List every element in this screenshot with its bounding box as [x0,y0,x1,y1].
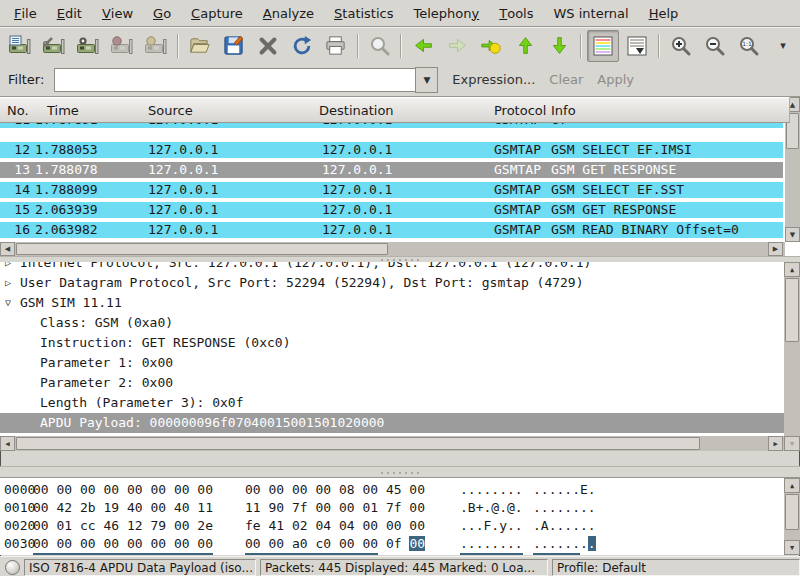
expert-info-icon[interactable] [5,560,20,575]
packet-row-11[interactable]: 111.787891127.0.0.1127.0.0.1GSMTAPGT [0,123,783,132]
column-header-source[interactable]: Source [140,97,321,123]
find-packet-button[interactable] [364,30,396,62]
hex-row-0030[interactable]: 003000 00 00 00 00 00 00 0000 00 a0 c0 0… [0,535,784,553]
print-button[interactable] [320,30,352,62]
cell-time: 1.787891 [35,123,98,128]
go-forward-button[interactable] [441,30,473,62]
zoom-out-button[interactable] [699,30,731,62]
list-interfaces-button[interactable] [4,30,36,62]
detail-text: Parameter 2: 0x00 [40,375,173,390]
detail-row[interactable]: ▷User Datagram Protocol, Src Port: 52294… [0,273,784,293]
hex-offset: 0040 [4,553,35,555]
details-vscrollbar[interactable]: ▲ ▼ [784,262,800,451]
cell-destination: 127.0.0.1 [322,142,392,158]
go-back-button[interactable] [407,30,439,62]
toolbar-overflow-button[interactable]: ▾ [767,30,799,62]
details-hscrollbar[interactable]: ◀ ▶ [0,436,784,451]
save-as-button[interactable] [218,30,250,62]
scroll-down-button[interactable]: ▼ [785,227,800,242]
expander-open-icon[interactable]: ▽ [5,293,11,313]
expression-button[interactable]: Expression... [452,72,535,87]
capture-stop-button[interactable] [106,30,138,62]
arrow-left-icon: ◀ [5,245,10,253]
capture-options-button[interactable] [38,30,70,62]
zoom-in-button[interactable] [665,30,697,62]
expander-closed-icon[interactable]: ▷ [5,273,11,293]
detail-row[interactable]: ▷Internet Protocol, Src: 127.0.0.1 (127.… [0,262,784,273]
scroll-up-button[interactable]: ▲ [784,478,800,493]
zoom-100-button[interactable]: 1:1 [733,30,765,62]
menu-item-go[interactable]: Go [143,0,181,26]
auto-scroll-button[interactable] [621,30,653,62]
column-header-destination[interactable]: Destination [313,97,497,123]
clear-button[interactable]: Clear [549,72,583,87]
go-to-top-button[interactable] [509,30,541,62]
detail-row[interactable]: APDU Payload: 000000096f0704001500150102… [0,413,784,433]
menu-item-capture[interactable]: Capture [181,0,253,26]
menu-item-view[interactable]: View [92,0,143,26]
packet-row-14[interactable]: 141.788099127.0.0.1127.0.0.1GSMTAPGSM SE… [0,182,783,202]
toolbar-separator [400,34,402,58]
scrollbar-thumb[interactable] [785,494,799,530]
scroll-down-button[interactable]: ▼ [784,436,800,451]
status-bar: ISO 7816-4 APDU Data Payload (iso... Pac… [0,556,800,576]
scroll-right-button[interactable]: ▶ [768,436,783,451]
scroll-down-button[interactable]: ▼ [784,540,800,555]
column-header-time[interactable]: Time [31,97,156,123]
hex-row-0020[interactable]: 002000 01 cc 46 12 79 00 2efe 41 02 04 0… [0,517,784,535]
packet-list-rows: 111.787891127.0.0.1127.0.0.1GSMTAPGT121.… [0,123,785,242]
arrow-up-icon: ▲ [790,101,795,109]
packet-row-12[interactable]: 121.788053127.0.0.1127.0.0.1GSMTAPGSM SE… [0,142,783,162]
colorize-button[interactable] [587,30,619,62]
wireshark-window: FileEditViewGoCaptureAnalyzeStatisticsTe… [0,0,800,576]
scrollbar-thumb[interactable] [16,437,700,450]
filter-dropdown-button[interactable]: ▼ [415,67,438,93]
detail-row[interactable]: Parameter 1: 0x00 [0,353,784,373]
packet-row-13[interactable]: 131.788078127.0.0.1127.0.0.1GSMTAPGSM GE… [0,162,783,182]
go-to-bottom-button[interactable] [543,30,575,62]
arrow-down-icon: ▼ [790,440,794,448]
detail-row[interactable]: Length (Parameter 3): 0x0f [0,393,784,413]
detail-row[interactable]: Parameter 2: 0x00 [0,373,784,393]
detail-row[interactable]: ▽GSM SIM 11.11 [0,293,784,313]
detail-row[interactable]: Class: GSM (0xa0) [0,313,784,333]
scroll-right-button[interactable]: ▶ [768,242,783,256]
menu-item-telephony[interactable]: Telephony [404,0,490,26]
menu-item-statistics[interactable]: Statistics [324,0,403,26]
capture-start-button[interactable] [72,30,104,62]
packet-list-hscrollbar[interactable]: ◀ ▶ [0,242,785,256]
apply-button[interactable]: Apply [597,72,634,87]
hex-vscrollbar[interactable]: ▲ ▼ [784,478,800,555]
menu-item-analyze[interactable]: Analyze [253,0,324,26]
cell-destination: 127.0.0.1 [322,162,392,178]
status-profile[interactable]: Profile: Default [552,559,800,576]
menu-item-file[interactable]: File [4,0,47,26]
open-capture-button[interactable] [184,30,216,62]
column-header-protocol[interactable]: Protocol [491,97,549,123]
reload-button[interactable] [286,30,318,62]
expander-closed-icon[interactable]: ▷ [5,262,11,273]
hex-row-0000[interactable]: 000000 00 00 00 00 00 00 0000 00 00 00 0… [0,481,784,499]
scrollbar-thumb[interactable] [785,278,799,342]
scroll-left-button[interactable]: ◀ [0,242,15,256]
detail-row[interactable]: Instruction: GET RESPONSE (0xc0) [0,333,784,353]
filter-input[interactable] [54,68,415,92]
capture-restart-button[interactable] [140,30,172,62]
packet-row-15[interactable]: 152.063939127.0.0.1127.0.0.1GSMTAPGSM GE… [0,202,783,222]
hex-row-0010[interactable]: 001000 42 2b 19 40 00 40 1111 90 7f 00 0… [0,499,784,517]
packet-row-16[interactable]: 162.063982127.0.0.1127.0.0.1GSMTAPGSM RE… [0,222,783,242]
scrollbar-thumb[interactable] [16,243,388,255]
ascii-right: ......E. [533,481,596,499]
scroll-left-button[interactable]: ◀ [0,436,15,451]
scroll-up-button[interactable]: ▲ [784,262,800,277]
menu-item-tools[interactable]: Tools [489,0,543,26]
menu-item-edit[interactable]: Edit [47,0,92,26]
column-header-info[interactable]: Info [546,97,790,123]
go-to-packet-button[interactable] [475,30,507,62]
arrow-right-icon: ▶ [773,245,778,253]
menu-item-ws-internal[interactable]: WS internal [544,0,639,26]
menu-item-help[interactable]: Help [639,0,689,26]
hex-bytes-left: 00 00 00 00 00 00 00 00 [33,481,213,499]
hex-row-0040[interactable]: 004000 00 09 6f 07 04 00 1500 15 01 02 0… [0,553,784,555]
close-capture-button[interactable] [252,30,284,62]
